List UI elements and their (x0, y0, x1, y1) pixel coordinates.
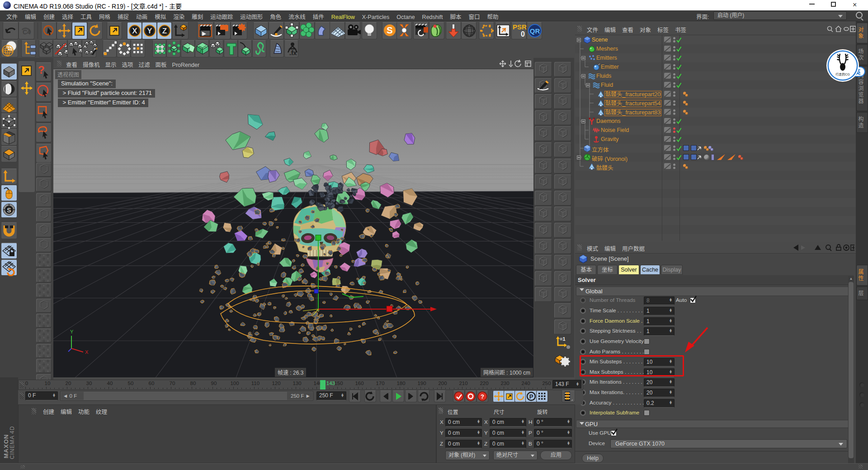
svg-text:Z: Z (162, 27, 167, 35)
svg-text:P: P (529, 393, 533, 400)
svg-text:S: S (387, 25, 392, 35)
svg-text:0: 0 (521, 30, 525, 38)
svg-text:Y: Y (147, 27, 152, 35)
svg-text:?: ? (38, 64, 45, 76)
svg-text:.fx: .fx (289, 49, 297, 56)
svg-text:S: S (7, 207, 11, 214)
svg-text:PSR: PSR (513, 23, 527, 31)
svg-text:?: ? (481, 393, 484, 400)
svg-text:行走的CG: 行走的CG (835, 72, 850, 76)
svg-text:X: X (85, 349, 89, 355)
svg-text:=1: =1 (560, 336, 566, 342)
svg-text:C4: C4 (23, 28, 31, 36)
svg-text:Y: Y (70, 329, 74, 334)
svg-text:QR: QR (530, 27, 540, 35)
svg-text:X: X (132, 27, 137, 35)
